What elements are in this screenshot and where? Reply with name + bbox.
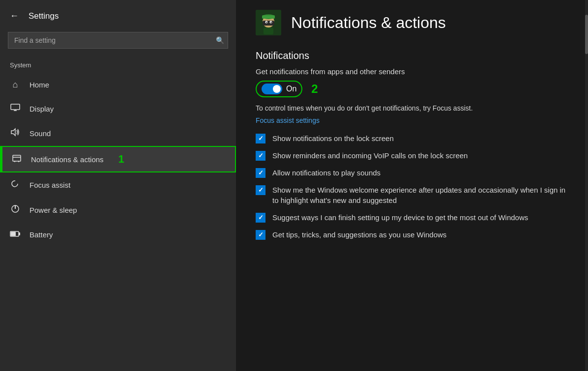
display-icon [10, 104, 21, 114]
power-icon [10, 204, 21, 216]
svg-rect-11 [19, 232, 20, 235]
checkbox-list: ✓ Show notifications on the lock screen … [256, 133, 568, 240]
notifications-icon [11, 154, 22, 165]
svg-rect-12 [11, 232, 16, 236]
page-title: Notifications & actions [291, 14, 446, 32]
svg-rect-17 [263, 21, 274, 26]
checkbox-welcome-label: Show me the Windows welcome experience a… [272, 185, 568, 205]
checkbox-sounds: ✓ Allow notifications to play sounds [256, 168, 568, 178]
checkbox-setup-label: Suggest ways I can finish setting up my … [272, 212, 528, 223]
svg-point-20 [266, 22, 267, 23]
sidebar-item-battery[interactable]: Battery [0, 223, 236, 247]
checkbox-tips-label: Get tips, tricks, and suggestions as you… [272, 229, 446, 240]
checkbox-sounds-label: Allow notifications to play sounds [272, 168, 381, 178]
search-input[interactable] [8, 32, 228, 49]
sidebar-item-display-label: Display [29, 105, 54, 113]
focus-icon [10, 179, 21, 191]
sidebar-item-focus[interactable]: Focus assist [0, 172, 236, 198]
sidebar-item-sound[interactable]: Sound [0, 121, 236, 146]
checkbox-voip-input[interactable]: ✓ [256, 151, 265, 161]
svg-rect-16 [262, 15, 275, 19]
content-header: Notifications & actions [256, 0, 568, 40]
scrollbar-thumb[interactable] [585, 15, 588, 54]
sidebar-item-display[interactable]: Display [0, 97, 236, 121]
svg-rect-0 [11, 104, 20, 110]
sidebar-header: ← Settings [0, 0, 236, 32]
checkbox-setup: ✓ Suggest ways I can finish setting up m… [256, 212, 568, 223]
toggle-container[interactable]: On [256, 81, 302, 97]
focus-assist-link[interactable]: Focus assist settings [256, 116, 568, 124]
svg-rect-22 [264, 28, 273, 34]
checkbox-lock-screen-input[interactable]: ✓ [256, 134, 265, 143]
toggle-label: On [286, 85, 296, 93]
sidebar-item-battery-label: Battery [29, 230, 53, 239]
main-content: Notifications & actions Notifications Ge… [236, 0, 588, 371]
sidebar: ← Settings 🔍 System ⌂ Home Display So [0, 0, 236, 371]
svg-marker-3 [11, 129, 15, 136]
sound-icon [10, 128, 21, 139]
battery-icon [10, 229, 21, 240]
svg-point-21 [270, 22, 271, 23]
checkbox-lock-screen: ✓ Show notifications on the lock screen [256, 133, 568, 143]
checkbox-welcome: ✓ Show me the Windows welcome experience… [256, 185, 568, 205]
toggle-row: On 2 [256, 81, 568, 97]
home-icon: ⌂ [10, 80, 21, 90]
search-icon[interactable]: 🔍 [216, 36, 224, 44]
search-box: 🔍 [8, 32, 228, 49]
notifications-toggle[interactable] [262, 84, 282, 94]
checkbox-tips-input[interactable]: ✓ [256, 230, 265, 240]
checkbox-voip: ✓ Show reminders and incoming VoIP calls… [256, 150, 568, 161]
checkbox-tips: ✓ Get tips, tricks, and suggestions as y… [256, 229, 568, 240]
checkbox-sounds-input[interactable]: ✓ [256, 168, 265, 178]
sidebar-item-home-label: Home [29, 81, 49, 89]
sidebar-item-power[interactable]: Power & sleep [0, 198, 236, 223]
focus-assist-text: To control times when you do or don't ge… [256, 103, 568, 114]
system-label: System [0, 55, 236, 73]
sidebar-item-home[interactable]: ⌂ Home [0, 73, 236, 97]
notifications-section-title: Notifications [256, 50, 568, 61]
sidebar-item-power-label: Power & sleep [29, 206, 77, 214]
get-notifications-desc: Get notifications from apps and other se… [256, 67, 568, 76]
sidebar-badge-1: 1 [118, 153, 124, 166]
sidebar-title: Settings [29, 11, 59, 21]
sidebar-item-focus-label: Focus assist [29, 181, 70, 189]
sidebar-item-notifications[interactable]: Notifications & actions 1 [0, 146, 236, 172]
svg-rect-4 [13, 155, 21, 161]
checkbox-voip-label: Show reminders and incoming VoIP calls o… [272, 150, 468, 161]
toggle-badge: 2 [311, 82, 318, 96]
checkbox-welcome-input[interactable]: ✓ [256, 185, 265, 195]
toggle-knob [273, 85, 281, 93]
back-button[interactable]: ← [8, 9, 21, 23]
checkbox-setup-input[interactable]: ✓ [256, 213, 265, 223]
sidebar-item-notifications-label: Notifications & actions [31, 155, 104, 164]
avatar [256, 10, 281, 35]
checkbox-lock-screen-label: Show notifications on the lock screen [272, 133, 394, 143]
sidebar-item-sound-label: Sound [29, 129, 51, 138]
scrollbar-track[interactable] [585, 0, 588, 371]
